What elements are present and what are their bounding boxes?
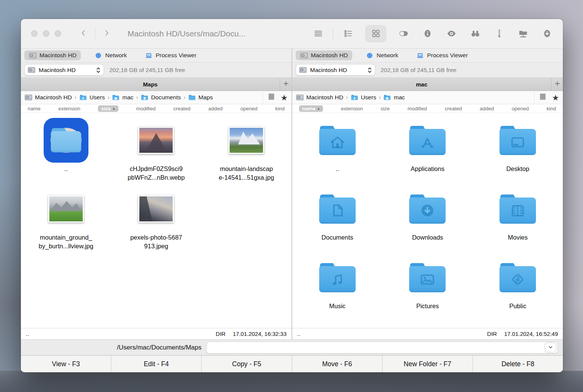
grid-item-movies[interactable]: Movies xyxy=(473,185,563,253)
view-options-button[interactable] xyxy=(539,93,547,102)
breadcrumb-item-users[interactable]: Users xyxy=(79,94,105,101)
hard-drive-icon xyxy=(296,94,304,100)
column-header-extension[interactable]: extension xyxy=(58,106,80,111)
column-header-opened[interactable]: opened xyxy=(512,106,529,111)
tab-label: Process Viewer xyxy=(156,52,196,59)
binoculars-icon[interactable] xyxy=(468,27,482,40)
status-kind: DIR xyxy=(216,331,225,337)
breadcrumb-label: Users xyxy=(90,94,105,101)
grid-item-downloads[interactable]: Downloads xyxy=(383,185,473,253)
menu-icon[interactable] xyxy=(311,27,325,40)
grid-item-music[interactable]: Music xyxy=(292,253,383,322)
network-folder-icon[interactable] xyxy=(516,27,530,40)
function-button-view-f3[interactable]: View - F3 xyxy=(21,356,111,372)
forward-button[interactable] xyxy=(101,28,112,39)
zoom-button[interactable] xyxy=(55,30,61,37)
breadcrumb-item-documents[interactable]: Documents xyxy=(141,94,181,101)
column-header-modified[interactable]: modified xyxy=(408,106,427,111)
public-glyph-icon xyxy=(508,271,528,288)
column-header-created[interactable]: created xyxy=(445,106,462,111)
sort-ascending-icon: ▲ xyxy=(317,107,320,110)
hard-drive-icon xyxy=(299,67,307,73)
function-key-bar: View - F3Edit - F4Copy - F5Move - F6New … xyxy=(21,355,563,372)
column-header-added[interactable]: added xyxy=(480,106,494,111)
eye-icon[interactable] xyxy=(444,27,458,40)
tab-label: Macintosh HD xyxy=(39,52,76,59)
favorite-button[interactable]: ★ xyxy=(280,94,288,102)
chevron-left-icon xyxy=(79,29,88,39)
drive-select[interactable]: Macintosh HD xyxy=(25,64,104,75)
grid-item-chjpdmf0zs9sci9pbwfnz-nbn-webp[interactable]: cHJpdmF0ZS9sci9 pbWFnZ...nBn.webp xyxy=(111,116,202,185)
document-glyph-icon xyxy=(328,202,347,219)
function-button-copy-f5[interactable]: Copy - F5 xyxy=(202,356,292,372)
tab-process-viewer[interactable]: Process Viewer xyxy=(140,50,201,60)
grid-item-parent-directory[interactable]: .. xyxy=(292,116,383,185)
column-header-kind[interactable]: kind xyxy=(275,106,285,111)
back-button[interactable] xyxy=(78,28,89,39)
toggle-icon[interactable] xyxy=(397,27,410,40)
grid-item-applications[interactable]: Applications xyxy=(383,116,473,185)
pane-title: Maps xyxy=(21,78,280,91)
grid-item-documents[interactable]: Documents xyxy=(292,185,383,253)
minimize-button[interactable] xyxy=(43,30,49,37)
column-header-name[interactable]: name▲ xyxy=(299,105,323,112)
path-input[interactable] xyxy=(210,344,545,351)
grid-item-mountain-landscape-14541-51gxa-jpg[interactable]: mountain-landscap e-14541...51gxa.jpg xyxy=(201,116,292,185)
drive-select[interactable]: Macintosh HD xyxy=(296,64,375,75)
breadcrumb-item-macintosh-hd[interactable]: Macintosh HD xyxy=(25,94,72,101)
column-header-modified[interactable]: modified xyxy=(136,106,156,111)
column-header-size[interactable]: size▲ xyxy=(98,105,118,112)
view-options-button[interactable] xyxy=(267,93,276,102)
column-header-size[interactable]: size xyxy=(381,106,390,111)
column-header-opened[interactable]: opened xyxy=(240,106,257,111)
close-button[interactable] xyxy=(31,30,38,37)
column-header-created[interactable]: created xyxy=(173,106,191,111)
column-label: name xyxy=(28,106,41,111)
add-tab-button[interactable] xyxy=(551,78,563,91)
file-manager-window: Macintosh HD/Users/mac/Docu... Macintosh… xyxy=(21,19,563,372)
breadcrumb-item-mac[interactable]: mac xyxy=(112,94,133,101)
function-button-edit-f4[interactable]: Edit - F4 xyxy=(111,356,202,372)
tab-macintosh-hd[interactable]: Macintosh HD xyxy=(24,50,81,60)
column-header-kind[interactable]: kind xyxy=(547,106,556,111)
tab-process-viewer[interactable]: Process Viewer xyxy=(412,50,472,60)
column-header-name[interactable]: name xyxy=(28,106,41,111)
tab-network[interactable]: Network xyxy=(361,50,403,60)
drive-row: Macintosh HD 202,18 GB of 245,11 GB free xyxy=(21,63,292,78)
column-label: opened xyxy=(240,106,257,111)
info-icon[interactable] xyxy=(421,27,434,40)
tab-bar: Macintosh HDNetworkProcess Viewer xyxy=(21,49,292,63)
grid-item-public[interactable]: Public xyxy=(473,253,563,322)
archive-icon[interactable] xyxy=(492,27,506,40)
function-button-new-folder-f7[interactable]: New Folder - F7 xyxy=(383,356,473,372)
function-button-delete-f8[interactable]: Delete - F8 xyxy=(473,356,563,372)
item-label: pexels-photo-5687 913.jpeg xyxy=(130,233,182,251)
breadcrumb-item-maps[interactable]: Maps xyxy=(188,94,213,101)
list-view-icon[interactable] xyxy=(341,27,355,40)
breadcrumb-item-mac[interactable]: mac xyxy=(383,94,405,101)
title-bar: Macintosh HD/Users/mac/Docu... xyxy=(21,19,563,49)
download-icon[interactable] xyxy=(540,27,554,40)
grid-item-mountain-ground-by-burtn-llview-jpg[interactable]: mountain_ground_ by_burtn...llview.jpg xyxy=(21,185,111,253)
path-dropdown-button[interactable] xyxy=(545,343,556,352)
grid-item-parent-directory[interactable]: .. xyxy=(21,116,111,185)
free-space-label: 202,18 GB of 245,11 GB free xyxy=(381,67,457,74)
function-button-move-f6[interactable]: Move - F6 xyxy=(292,356,383,372)
breadcrumb-item-users[interactable]: Users xyxy=(351,94,376,101)
folder-movies-icon xyxy=(499,194,536,224)
grid-item-desktop[interactable]: Desktop xyxy=(473,116,563,185)
house-glyph-icon xyxy=(328,133,347,151)
grid-item-pexels-photo-5687913-jpeg[interactable]: pexels-photo-5687 913.jpeg xyxy=(111,185,202,253)
favorite-button[interactable]: ★ xyxy=(552,94,559,102)
add-tab-button[interactable] xyxy=(280,78,292,91)
breadcrumb-item-macintosh-hd[interactable]: Macintosh HD xyxy=(296,94,343,101)
item-label: Applications xyxy=(411,165,444,173)
column-header-extension[interactable]: extension xyxy=(341,106,363,111)
grid-item-pictures[interactable]: Pictures xyxy=(383,253,473,322)
toolbar-divider xyxy=(333,28,333,39)
tab-macintosh-hd[interactable]: Macintosh HD xyxy=(296,50,352,60)
column-header-added[interactable]: added xyxy=(208,106,223,111)
tab-network[interactable]: Network xyxy=(90,50,131,60)
grid-view-icon[interactable] xyxy=(365,25,386,42)
item-icon-area xyxy=(319,116,356,165)
